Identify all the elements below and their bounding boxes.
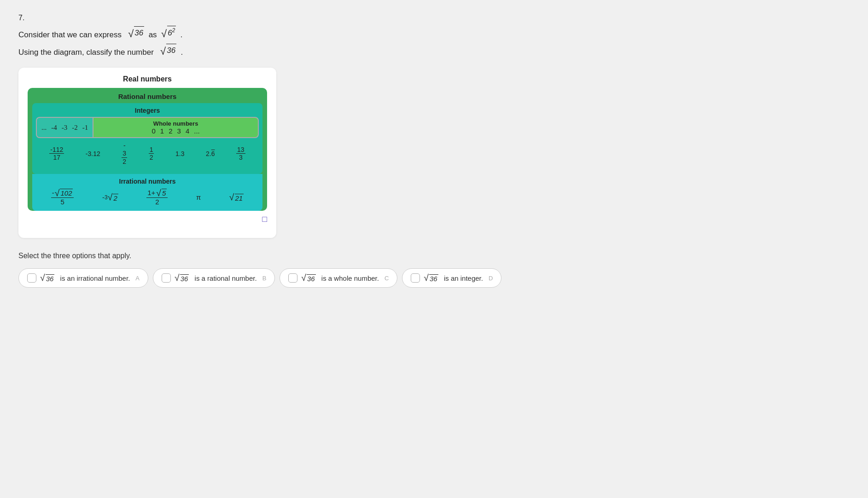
irrational-sqrt21: √21: [229, 193, 244, 202]
neg3-12: -3.12: [86, 150, 100, 157]
option-d-checkbox[interactable]: [411, 273, 420, 283]
rational-label: Rational numbers: [32, 93, 262, 100]
whole-numbers-box: Whole numbers 0 1 2 3 4 ...: [93, 117, 259, 138]
question-line1: Consider that we can express √36 as √62 …: [18, 26, 850, 41]
line2-suffix: .: [179, 48, 183, 57]
left-integers: ... -4 -3 -2 -1: [36, 117, 93, 138]
option-b-button[interactable]: √36 is a rational number. B: [153, 268, 275, 288]
option-c-text: is a whole number.: [320, 274, 379, 282]
frac-1-2: 1 2: [149, 146, 154, 162]
val-2-6bar: 2.6: [206, 150, 215, 157]
option-d-text: is an integer.: [442, 274, 483, 282]
option-b-sqrt: √36: [175, 273, 189, 283]
neg4: -4: [51, 124, 57, 132]
irrational-examples: -√102 5 -3√2 1+√5 2 π: [37, 189, 258, 207]
option-a-letter: A: [135, 275, 140, 282]
option-b-checkbox[interactable]: [162, 273, 171, 283]
option-b-text: is a rational number.: [192, 274, 256, 282]
question-number: 7.: [18, 14, 850, 22]
diagram-container: Real numbers Rational numbers Integers .…: [18, 68, 276, 238]
frac-neg112-17: -112 17: [49, 146, 64, 162]
option-d-sqrt: √36: [424, 273, 438, 283]
irrational-box: Irrational numbers -√102 5 -3√2 1+√5: [32, 174, 262, 211]
diagram-title: Real numbers: [28, 75, 267, 83]
whole-numbers-digits: 0 1 2 3 4 ...: [98, 127, 253, 135]
sqrt36-expression1: √36: [128, 26, 144, 39]
option-a-button[interactable]: √36 is an irrational number. A: [18, 268, 148, 288]
frac-13-3: 13 3: [236, 146, 245, 162]
expand-icon-container: □: [28, 214, 267, 224]
option-a-checkbox[interactable]: [27, 273, 36, 283]
option-c-sqrt: √36: [301, 273, 315, 283]
integers-box: Integers ... -4 -3 -2 -1 Whole numbers 0…: [32, 103, 262, 174]
neg1: -1: [82, 124, 88, 132]
select-instruction: Select the three options that apply.: [18, 252, 850, 260]
real-numbers-box: Rational numbers Integers ... -4 -3 -2 -…: [28, 88, 267, 211]
rational-examples: -112 17 -3.12 - 3 2 1 2 1.3 2.6: [36, 138, 259, 170]
option-c-checkbox[interactable]: [288, 273, 297, 283]
sqrt-6squared-expression: √62: [161, 26, 176, 39]
irrational-pi: π: [196, 193, 201, 201]
irrational-label: Irrational numbers: [37, 178, 258, 185]
line1-prefix: Consider that we can express: [18, 30, 122, 39]
ellipsis-left: ...: [41, 124, 47, 132]
val-1-3: 1.3: [175, 150, 184, 157]
option-a-text: is an irrational number.: [58, 274, 130, 282]
sqrt36-expression2: √36: [160, 44, 176, 57]
options-row: √36 is an irrational number. A √36 is a …: [18, 268, 850, 288]
option-c-button[interactable]: √36 is a whole number. C: [280, 268, 397, 288]
option-c-letter: C: [384, 275, 389, 282]
irrational-cbrt2: -3√2: [102, 193, 118, 202]
neg2: -2: [72, 124, 78, 132]
option-a-sqrt: √36: [40, 273, 54, 283]
integer-combined-row: ... -4 -3 -2 -1 Whole numbers 0 1 2 3 4 …: [36, 117, 259, 138]
irrational-sqrt102-5: -√102 5: [51, 189, 74, 207]
option-d-letter: D: [489, 275, 493, 282]
whole-numbers-label: Whole numbers: [98, 120, 253, 127]
irrational-golden-ratio: 1+√5 2: [146, 189, 168, 207]
option-d-button[interactable]: √36 is an integer. D: [402, 268, 501, 288]
neg3: -3: [62, 124, 68, 132]
question-line2: Using the diagram, classify the number √…: [18, 44, 850, 58]
line1-suffix: .: [178, 30, 182, 39]
frac-neg3-2: - 3 2: [122, 142, 127, 165]
option-b-letter: B: [262, 275, 267, 282]
integers-label: Integers: [36, 107, 259, 114]
line2-prefix: Using the diagram, classify the number: [18, 48, 154, 57]
expand-icon[interactable]: □: [262, 214, 267, 224]
